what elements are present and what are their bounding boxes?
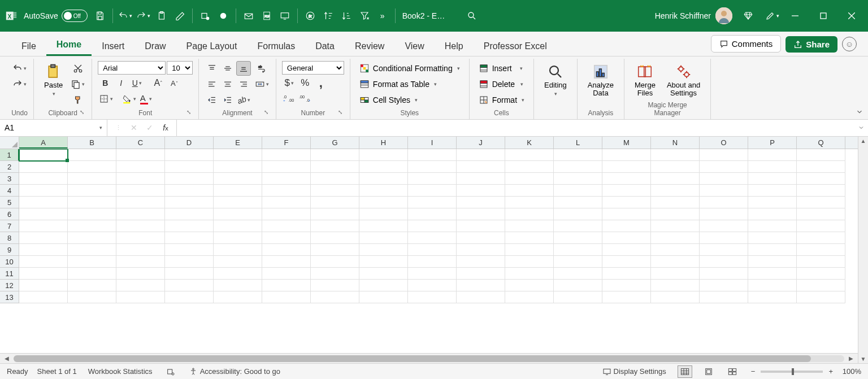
cell[interactable]	[748, 185, 797, 197]
tab-data[interactable]: Data	[305, 36, 345, 56]
column-header[interactable]: O	[700, 137, 748, 149]
cell[interactable]	[311, 220, 359, 232]
tab-home[interactable]: Home	[46, 34, 92, 56]
column-header[interactable]: E	[214, 137, 262, 149]
column-header[interactable]: M	[602, 137, 651, 149]
row-header[interactable]: 5	[0, 197, 19, 208]
cell[interactable]	[797, 280, 845, 291]
cell[interactable]	[602, 291, 651, 303]
cell[interactable]	[116, 197, 165, 208]
about-settings-button[interactable]: About andSettings	[662, 61, 705, 100]
cell[interactable]	[700, 256, 748, 268]
tab-draw[interactable]: Draw	[134, 36, 176, 56]
cell[interactable]	[797, 244, 845, 256]
expand-formula-bar-icon[interactable]	[854, 124, 868, 131]
cell[interactable]	[748, 291, 797, 303]
cell[interactable]	[165, 149, 214, 161]
cancel-formula-icon[interactable]: ✕	[127, 120, 141, 135]
cell[interactable]	[457, 232, 505, 244]
cell[interactable]	[602, 280, 651, 291]
cell[interactable]	[262, 256, 311, 268]
cell[interactable]	[457, 173, 505, 185]
column-header[interactable]: D	[165, 137, 214, 149]
cell[interactable]	[311, 173, 359, 185]
cell[interactable]	[651, 197, 700, 208]
cell[interactable]	[505, 161, 554, 173]
cell[interactable]	[748, 220, 797, 232]
cell[interactable]	[19, 149, 68, 161]
cell[interactable]	[457, 220, 505, 232]
cell[interactable]	[554, 291, 602, 303]
cell[interactable]	[797, 220, 845, 232]
redo-button[interactable]: ▾	[11, 77, 28, 92]
merge-center-icon[interactable]: ▾	[254, 77, 270, 92]
cell[interactable]	[214, 149, 262, 161]
cell[interactable]	[457, 185, 505, 197]
cell[interactable]	[359, 280, 408, 291]
cell[interactable]	[797, 173, 845, 185]
cell[interactable]	[19, 208, 68, 220]
cell[interactable]	[262, 173, 311, 185]
column-header[interactable]: C	[116, 137, 165, 149]
cell[interactable]	[408, 173, 457, 185]
screen-icon[interactable]	[277, 8, 293, 24]
cell[interactable]	[19, 220, 68, 232]
sort-asc-icon[interactable]	[320, 8, 336, 24]
cell[interactable]	[311, 185, 359, 197]
cell[interactable]	[165, 208, 214, 220]
pdf-export-icon[interactable]: PDF	[259, 8, 275, 24]
cell[interactable]	[700, 244, 748, 256]
clear-format-icon[interactable]	[172, 8, 188, 24]
cell[interactable]	[359, 220, 408, 232]
row-header[interactable]: 10	[0, 256, 19, 268]
display-settings-button[interactable]: Display Settings	[600, 367, 669, 376]
cell[interactable]	[116, 161, 165, 173]
cell[interactable]	[602, 197, 651, 208]
conditional-formatting-button[interactable]: Conditional Formatting▾	[356, 61, 463, 76]
cell[interactable]	[554, 256, 602, 268]
accessibility-button[interactable]: Accessibility: Good to go	[186, 367, 283, 376]
font-color-button[interactable]: A▾	[138, 92, 153, 106]
formula-input[interactable]	[177, 120, 854, 136]
cell[interactable]	[797, 197, 845, 208]
workbook-stats-button[interactable]: Workbook Statistics	[86, 367, 155, 376]
cell[interactable]	[651, 149, 700, 161]
cell[interactable]	[68, 291, 116, 303]
column-header[interactable]: N	[651, 137, 700, 149]
cell[interactable]	[554, 149, 602, 161]
cell[interactable]	[797, 149, 845, 161]
font-name-select[interactable]: Arial	[98, 61, 166, 75]
undo-button[interactable]: ▾	[11, 61, 28, 76]
cell[interactable]	[165, 268, 214, 280]
cell[interactable]	[262, 161, 311, 173]
column-header[interactable]: B	[68, 137, 116, 149]
name-box[interactable]: A1▾	[0, 120, 107, 136]
cell[interactable]	[408, 280, 457, 291]
cell[interactable]	[359, 208, 408, 220]
tab-file[interactable]: File	[11, 36, 46, 56]
cell[interactable]	[165, 256, 214, 268]
cell[interactable]	[214, 244, 262, 256]
cell[interactable]	[262, 232, 311, 244]
cell[interactable]	[748, 232, 797, 244]
bold-button[interactable]: B	[98, 76, 112, 90]
cell[interactable]	[554, 161, 602, 173]
cell[interactable]	[311, 291, 359, 303]
analyze-data-button[interactable]: AnalyzeData	[583, 61, 618, 100]
cell[interactable]	[19, 185, 68, 197]
cell[interactable]	[505, 149, 554, 161]
cut-icon[interactable]	[70, 61, 86, 76]
cell[interactable]	[116, 291, 165, 303]
cell[interactable]	[554, 220, 602, 232]
cell[interactable]	[505, 173, 554, 185]
cell[interactable]	[311, 208, 359, 220]
cell[interactable]	[505, 232, 554, 244]
cell[interactable]	[651, 220, 700, 232]
row-header[interactable]: 9	[0, 244, 19, 256]
cell[interactable]	[19, 173, 68, 185]
cell[interactable]	[214, 173, 262, 185]
row-header[interactable]: 4	[0, 185, 19, 197]
select-all-corner[interactable]	[0, 137, 19, 149]
cell[interactable]	[408, 185, 457, 197]
column-header[interactable]: K	[505, 137, 554, 149]
